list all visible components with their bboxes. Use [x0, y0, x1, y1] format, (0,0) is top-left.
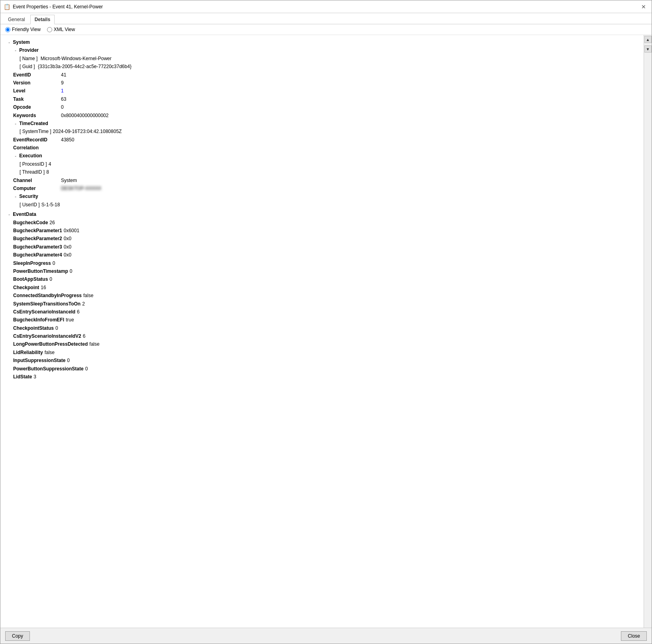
eventdata-section: - EventData [7, 210, 637, 218]
channel-value: System [61, 176, 77, 184]
systemtime-value: 2024-09-16T23:04:42.1080805Z [53, 127, 122, 135]
eventdata-collapse-icon[interactable]: - [7, 211, 12, 218]
window-close-button[interactable]: ✕ [639, 2, 648, 12]
provider-guid-row: [ Guid ] {331c3b3a-2005-44c2-ac5e-77220c… [7, 63, 637, 70]
field-label: PowerButtonSuppressionState [13, 365, 84, 373]
field-label: CsEntryScenarioInstanceId [13, 308, 75, 316]
field-value: 26 [49, 219, 55, 227]
field-value: 0x6001 [64, 227, 79, 235]
security-header: Security [19, 192, 67, 200]
provider-name-label: [ Name ] [20, 56, 37, 61]
eventid-label: EventID [13, 71, 61, 79]
eventid-value: 41 [61, 71, 66, 79]
list-item: BugcheckParameter10x6001 [7, 227, 637, 235]
field-label: BugcheckParameter2 [13, 235, 62, 243]
list-item: BugcheckParameter40x0 [7, 251, 637, 259]
field-label: ConnectedStandbyInProgress [13, 292, 82, 299]
field-label: BugcheckParameter1 [13, 227, 62, 235]
provider-name-value: Microsoft-Windows-Kernel-Power [41, 56, 112, 61]
radio-friendly-view[interactable]: Friendly View [5, 27, 41, 32]
list-item: BugcheckParameter20x0 [7, 235, 637, 243]
window-icon: 📋 [4, 4, 10, 10]
field-value: false [89, 340, 99, 348]
provider-collapse-icon[interactable]: - [13, 47, 18, 54]
version-value: 9 [61, 79, 64, 87]
eventdata-header: EventData [13, 211, 36, 217]
eventrecordid-row: EventRecordID 43850 [7, 136, 637, 144]
event-properties-window: 📋 Event Properties - Event 41, Kernel-Po… [0, 0, 652, 644]
list-item: BugcheckCode26 [7, 219, 637, 227]
security-collapse-icon[interactable]: - [13, 193, 18, 200]
field-label: BugcheckCode [13, 219, 48, 227]
scroll-down-button[interactable]: ▼ [644, 45, 652, 53]
computer-label: Computer [13, 184, 61, 192]
field-label: BugcheckParameter3 [13, 243, 62, 251]
threadid-value: 8 [46, 168, 49, 176]
field-value: 0x0 [64, 235, 71, 243]
level-value: 1 [61, 87, 64, 95]
system-collapse-icon[interactable]: - [7, 39, 12, 46]
field-value: 0 [67, 356, 70, 364]
list-item: LongPowerButtonPressDetectedfalse [7, 340, 637, 348]
field-label: BugcheckInfoFromEFI [13, 316, 64, 324]
execution-header: Execution [19, 152, 67, 160]
version-label: Version [13, 79, 61, 87]
tabs-bar: General Details [0, 13, 652, 24]
field-label: SleepInProgress [13, 259, 51, 267]
title-bar: 📋 Event Properties - Event 41, Kernel-Po… [0, 0, 652, 13]
list-item: PowerButtonTimestamp0 [7, 267, 637, 275]
field-label: BugcheckParameter4 [13, 251, 62, 259]
field-value: true [66, 316, 74, 324]
field-value: 2 [82, 300, 85, 308]
list-item: LidState3 [7, 373, 637, 381]
correlation-label: Correlation [13, 144, 61, 152]
opcode-label: Opcode [13, 103, 61, 111]
field-value: 0 [55, 324, 58, 332]
opcode-row: Opcode 0 [7, 103, 637, 111]
radio-xml-view[interactable]: XML View [47, 27, 75, 32]
list-item: CheckpointStatus0 [7, 324, 637, 332]
execution-section: - Execution [7, 152, 637, 160]
level-row: Level 1 [7, 87, 637, 95]
eventid-row: EventID 41 [7, 71, 637, 79]
computer-row: Computer DESKTOP-XXXXX [7, 184, 637, 192]
processid-value: 4 [49, 160, 51, 168]
provider-guid-value: {331c3b3a-2005-44c2-ac5e-77220c37d6b4} [38, 64, 132, 69]
field-label: SystemSleepTransitionsToOn [13, 300, 81, 308]
provider-guid-label: [ Guid ] [20, 64, 35, 69]
systemtime-row: [ SystemTime ] 2024-09-16T23:04:42.10808… [7, 127, 637, 135]
timecreated-section: - TimeCreated [7, 119, 637, 127]
field-value: 0x0 [64, 251, 71, 259]
field-label: PowerButtonTimestamp [13, 267, 68, 275]
main-content[interactable]: - System - Provider [ Name ] Microsoft-W… [0, 35, 644, 628]
copy-button[interactable]: Copy [5, 631, 30, 641]
field-value: 3 [33, 373, 36, 381]
timecreated-collapse-icon[interactable]: - [13, 120, 18, 127]
field-value: false [83, 292, 93, 299]
radio-bar: Friendly View XML View [0, 24, 652, 35]
tab-general[interactable]: General [4, 15, 29, 24]
field-label: InputSuppressionState [13, 356, 65, 364]
system-section: - System [7, 38, 637, 46]
field-label: CsEntryScenarioInstanceIdV2 [13, 332, 81, 340]
field-label: CheckpointStatus [13, 324, 54, 332]
field-value: false [45, 348, 55, 356]
tab-details[interactable]: Details [30, 15, 55, 24]
computer-value: DESKTOP-XXXXX [61, 184, 101, 192]
field-label: Checkpoint [13, 284, 39, 292]
scroll-up-button[interactable]: ▲ [644, 36, 652, 43]
userid-value: S-1-5-18 [41, 201, 60, 209]
execution-collapse-icon[interactable]: - [13, 152, 18, 160]
field-value: 6 [77, 308, 80, 316]
field-label: LidState [13, 373, 32, 381]
list-item: CsEntryScenarioInstanceId6 [7, 308, 637, 316]
systemtime-label: [ SystemTime ] [20, 127, 51, 135]
keywords-value: 0x8000400000000002 [61, 112, 108, 119]
userid-label: [ UserID ] [20, 201, 40, 209]
close-button[interactable]: Close [621, 631, 647, 641]
field-value: 0x0 [64, 243, 71, 251]
provider-name-row: [ Name ] Microsoft-Windows-Kernel-Power [7, 55, 637, 63]
list-item: BugcheckParameter30x0 [7, 243, 637, 251]
provider-section: - Provider [7, 46, 637, 54]
threadid-label: [ ThreadID ] [20, 168, 45, 176]
